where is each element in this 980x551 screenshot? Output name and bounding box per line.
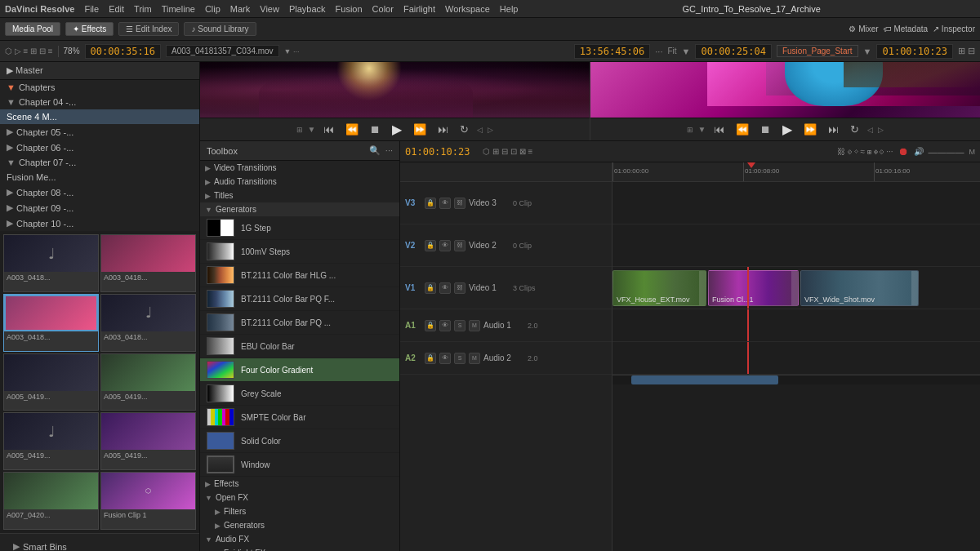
tc-options[interactable]: ··· [655,47,662,56]
prog-prev-button[interactable]: ⏮ [710,122,728,137]
v3-eye-icon[interactable]: 👁 [439,198,451,209]
prog-viewer-size-icon[interactable]: ⊞ [687,126,693,134]
clip-fusion[interactable]: Fusion Cl...1 [708,270,799,306]
a1-m-icon[interactable]: M [469,320,480,331]
media-thumb-5[interactable]: A005_0419... [3,353,99,411]
titles-section[interactable]: ▶ Titles [200,189,399,202]
effects-button[interactable]: ✦ Effects [65,22,114,36]
gen-bt2111-hlg[interactable]: BT.2111 Color Bar HLG ... [200,264,399,287]
menu-fairlight[interactable]: Fairlight [403,4,435,14]
a2-eye-icon[interactable]: 👁 [439,353,451,364]
chapter04-item[interactable]: ▼ Chapter 04 -... [0,95,199,109]
search-icon[interactable]: 🔍 [369,145,381,156]
prog-stop-button[interactable]: ⏹ [757,122,774,137]
a2-m-icon[interactable]: M [469,353,480,364]
gen-1g-step[interactable]: 1G Step [200,216,399,240]
media-thumb-3[interactable]: A003_0418... [3,294,99,352]
source-next-button[interactable]: ⏭ [434,122,452,137]
app-logo[interactable]: DaVinci Resolve [5,4,74,14]
a1-s-icon[interactable]: S [454,320,466,331]
fairlight-fx-subsection[interactable]: ▶ Fairlight FX [200,546,399,551]
gen-four-color[interactable]: Four Color Gradient [200,358,399,382]
gen-bt2111-pq2[interactable]: BT.2111 Color Bar PQ ... [200,311,399,335]
fusion-me-item[interactable]: Fusion Me... [0,170,199,184]
tl-vol-slider[interactable]: ———— [929,147,964,157]
media-thumb-9[interactable]: A007_0420... [3,472,99,530]
chapter06-item[interactable]: ▶ Chapter 06 -... [0,140,199,155]
chapter05-item[interactable]: ▶ Chapter 05 -... [0,124,199,140]
menu-clip[interactable]: Clip [205,4,220,14]
v1-track-row[interactable]: VFX_House_EXT.mov Fusion Cl...1 [612,267,980,309]
v1-eye-icon[interactable]: 👁 [439,282,451,294]
source-forward-button[interactable]: ⏩ [410,122,430,137]
menu-color[interactable]: Color [372,4,394,14]
menu-playback[interactable]: Playback [289,4,326,14]
metadata-button[interactable]: 🏷 Metadata [884,24,928,33]
menu-mark[interactable]: Mark [230,4,250,14]
audio-transitions-section[interactable]: ▶ Audio Transitions [200,175,399,189]
source-mark-in-icon[interactable]: ◁ [477,126,483,134]
prog-next-button[interactable]: ⏭ [825,122,842,137]
filters-subsection[interactable]: ▶ Filters [200,504,399,518]
media-thumb-10[interactable]: ⬡ Fusion Clip 1 [100,472,196,530]
gen-100mv[interactable]: 100mV Steps [200,240,399,264]
gen-bt2111-pq1[interactable]: BT.2111 Color Bar PQ F... [200,287,399,311]
v2-track-row[interactable] [612,224,980,267]
tl-right-icons[interactable]: ⛓ ⊘ ◇ ≈ ⊞ ⊕ ⊙ ··· [837,147,893,156]
menu-help[interactable]: Help [500,4,519,14]
source-loop-button[interactable]: ↻ [457,122,472,137]
effects-section[interactable]: ▶ Effects [200,477,399,491]
media-thumb-2[interactable]: A003_0418... [100,234,196,292]
toolbox-options-icon[interactable]: ··· [385,145,393,156]
a1-track-row[interactable] [612,309,980,342]
a2-track-row[interactable] [612,342,980,375]
v2-eye-icon[interactable]: 👁 [439,240,451,251]
prog-loop-button[interactable]: ↻ [847,122,862,137]
generators-section[interactable]: ▼ Generators [200,202,399,216]
chapter07-item[interactable]: ▼ Chapter 07 -... [0,155,199,170]
timeline-scrollbar[interactable] [612,375,980,384]
source-rewind-button[interactable]: ⏪ [342,122,362,137]
prog-mark-icon[interactable]: ◁ [867,126,873,134]
prog-rewind-button[interactable]: ⏪ [733,122,752,137]
v2-lock-icon[interactable]: 🔒 [425,240,436,251]
source-viewer-size-icon[interactable]: ⊞ [296,126,303,134]
sound-library-button[interactable]: ♪ Sound Library [184,22,256,36]
media-thumb-4[interactable]: ♩ A003_0418... [100,294,196,352]
menu-file[interactable]: File [84,4,99,14]
menu-edit[interactable]: Edit [109,4,124,14]
source-mark-out-icon[interactable]: ▷ [488,126,493,134]
menu-fusion[interactable]: Fusion [336,4,363,14]
media-thumb-8[interactable]: A005_0419... [100,412,196,470]
chapter10-item[interactable]: ▶ Chapter 10 -... [0,216,199,231]
clip-vfx-wide-handle-right[interactable] [911,271,918,305]
v3-link-icon[interactable]: ⛓ [454,198,466,209]
media-pool-button[interactable]: Media Pool [5,22,60,36]
tl-mute-icon[interactable]: M [969,148,976,156]
open-fx-section[interactable]: ▼ Open FX [200,491,399,504]
fusion-page-indicator[interactable]: Fusion_Page_Start [777,45,858,57]
chapter09-item[interactable]: ▶ Chapter 09 -... [0,200,199,216]
clip-vfx-house[interactable]: VFX_House_EXT.mov [612,270,706,306]
tl-tool-icons[interactable]: ⬡ ⊞ ⊟ ⊡ ⊠ ≡ [483,147,532,156]
generators-subsection[interactable]: ▶ Generators [200,518,399,532]
smart-bins-item[interactable]: ▶ Smart Bins [7,539,193,551]
fit-label[interactable]: Fit [667,47,676,56]
prog-end-icon[interactable]: ▷ [878,126,884,134]
menu-timeline[interactable]: Timeline [162,4,195,14]
v3-track-row[interactable] [612,182,980,224]
inspector-button[interactable]: ↗ Inspector [933,24,975,33]
v1-link-icon[interactable]: ⛓ [454,282,466,294]
prog-viewer-options[interactable]: ▼ [698,125,706,134]
media-thumb-6[interactable]: A005_0419... [100,353,196,411]
source-viewer-options[interactable]: ▼ [308,125,316,134]
source-prev-button[interactable]: ⏮ [320,122,337,137]
chapters-item[interactable]: ▼ Chapters [0,80,199,95]
clip-options[interactable]: ▼ ··· [284,47,300,56]
menu-view[interactable]: View [260,4,279,14]
media-thumb-1[interactable]: ♩ A003_0418... [3,234,99,292]
clip-vfx-house-handle-right[interactable] [699,271,706,305]
menu-workspace[interactable]: Workspace [445,4,490,14]
timeline-scroll-thumb[interactable] [631,375,778,384]
a2-lock-icon[interactable]: 🔒 [425,353,436,364]
